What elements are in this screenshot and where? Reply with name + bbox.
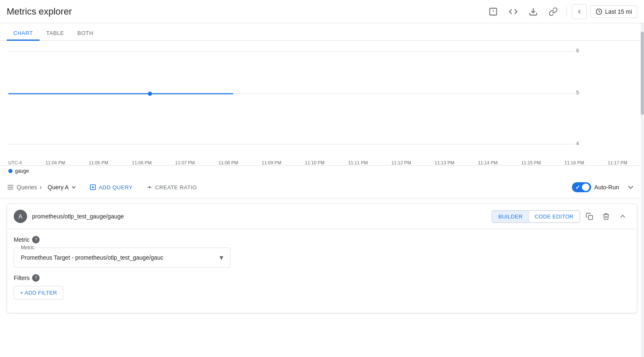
x-label-1114: 11:14 PM: [478, 160, 497, 165]
delete-icon: [602, 213, 610, 220]
link-icon-button[interactable]: [545, 3, 562, 20]
time-range-button[interactable]: Last 15 mi: [590, 5, 637, 18]
builder-button[interactable]: BUILDER: [492, 211, 528, 223]
metric-select[interactable]: Metric Prometheus Target - prometheus/ot…: [14, 248, 230, 268]
chart-tabs: CHART TABLE BOTH: [0, 23, 644, 41]
toggle-slider: ✓: [572, 182, 591, 192]
code-editor-button[interactable]: CODE EDITOR: [529, 211, 580, 223]
breadcrumb-chevron: ›: [40, 183, 42, 191]
tab-chart[interactable]: CHART: [7, 27, 40, 41]
tab-table[interactable]: TABLE: [40, 27, 71, 41]
x-label-1112: 11:12 PM: [392, 160, 411, 165]
chart-svg: 6 5 4: [0, 44, 644, 162]
add-query-label: ADD QUERY: [99, 184, 133, 191]
scrollbar-thumb[interactable]: [641, 32, 644, 115]
x-label-utc: UTC-4: [8, 160, 22, 165]
x-label-1111: 11:11 PM: [348, 160, 368, 165]
query-bar: Queries › Query A ADD QUERY CREATE RATIO: [0, 176, 644, 198]
chevron-up-icon: [619, 212, 627, 221]
x-label-1104: 11:04 PM: [45, 160, 65, 165]
x-label-1109: 11:09 PM: [262, 160, 281, 165]
svg-text:6: 6: [576, 48, 579, 54]
x-label-1107: 11:07 PM: [175, 160, 195, 165]
query-letter-badge: A: [14, 210, 27, 223]
download-icon-button[interactable]: [525, 3, 542, 20]
chevron-down-icon: [626, 183, 635, 192]
x-label-1108: 11:08 PM: [218, 160, 238, 165]
tab-both[interactable]: BOTH: [71, 27, 100, 41]
query-bar-right: ✓ Auto-Run: [572, 181, 637, 194]
x-axis-labels: UTC-4 11:04 PM 11:05 PM 11:06 PM 11:07 P…: [0, 160, 636, 165]
query-selector-label: Query A: [47, 184, 69, 191]
svg-text:4: 4: [576, 141, 579, 146]
query-header-right: BUILDER CODE EDITOR: [492, 209, 630, 224]
metric-help-icon[interactable]: ?: [32, 236, 40, 243]
auto-run-label: Auto-Run: [594, 184, 619, 191]
add-filter-button[interactable]: + ADD FILTER: [14, 286, 63, 300]
collapse-button[interactable]: [624, 181, 637, 194]
x-label-1110: 11:10 PM: [305, 160, 324, 165]
x-label-1106: 11:06 PM: [132, 160, 152, 165]
legend-dot: [8, 169, 12, 173]
query-editor-body: Metric ? Metric Prometheus Target - prom…: [7, 229, 637, 313]
page-title: Metrics explorer: [7, 6, 72, 17]
ratio-icon: [146, 184, 153, 191]
hamburger-icon: [7, 183, 14, 191]
metric-field-group: Metric ? Metric Prometheus Target - prom…: [14, 236, 630, 268]
back-button[interactable]: [572, 4, 587, 19]
x-label-1115: 11:15 PM: [521, 160, 541, 165]
metric-field-label: Metric: [19, 245, 36, 250]
metric-dropdown-icon: ▾: [220, 253, 223, 262]
metric-section-label: Metric ?: [14, 236, 630, 243]
x-label-1113: 11:13 PM: [435, 160, 454, 165]
time-range-label: Last 15 mi: [605, 8, 632, 15]
query-editor-header: A prometheus/otlp_test_gauge/gauge BUILD…: [7, 204, 637, 229]
query-dropdown-icon: [70, 184, 77, 191]
filters-help-icon[interactable]: ?: [32, 274, 40, 282]
x-label-1116: 11:16 PM: [564, 160, 584, 165]
auto-run-switch[interactable]: ✓: [572, 182, 591, 192]
queries-label: Queries: [17, 184, 37, 191]
code-icon-button[interactable]: [505, 3, 522, 20]
header-actions: Last 15 mi: [485, 3, 637, 20]
chart-area: 6 5 4 UTC-4 11:04 PM 11:05 PM 11:06 PM 1…: [0, 41, 644, 166]
filters-field-group: Filters ? + ADD FILTER: [14, 274, 630, 300]
delete-button[interactable]: [599, 209, 614, 224]
create-ratio-button[interactable]: CREATE RATIO: [142, 181, 201, 193]
metric-select-value: Prometheus Target - prometheus/otlp_test…: [21, 254, 220, 261]
query-editor-section: A prometheus/otlp_test_gauge/gauge BUILD…: [7, 203, 637, 313]
expand-button[interactable]: [615, 209, 630, 224]
builder-code-toggle: BUILDER CODE EDITOR: [492, 210, 580, 223]
copy-button[interactable]: [582, 209, 597, 224]
header-divider: [567, 7, 567, 17]
auto-run-toggle: ✓ Auto-Run: [572, 182, 619, 192]
svg-text:5: 5: [576, 90, 579, 96]
x-label-1117: 11:17 PM: [608, 160, 627, 165]
query-path: prometheus/otlp_test_gauge/gauge: [32, 213, 124, 220]
copy-icon: [586, 213, 593, 220]
chart-legend: gauge: [0, 166, 644, 176]
legend-label: gauge: [15, 168, 29, 174]
add-query-button[interactable]: ADD QUERY: [85, 181, 137, 193]
queries-section: Queries › Query A: [7, 182, 80, 192]
scrollbar[interactable]: [641, 23, 644, 318]
query-selector[interactable]: Query A: [44, 182, 80, 192]
header: Metrics explorer: [0, 0, 644, 23]
svg-rect-20: [589, 216, 593, 220]
svg-point-11: [148, 92, 152, 96]
alert-icon-button[interactable]: [485, 3, 502, 20]
create-ratio-label: CREATE RATIO: [155, 184, 197, 191]
add-icon: [90, 184, 96, 191]
x-label-1105: 11:05 PM: [89, 160, 108, 165]
filters-section-label: Filters ?: [14, 274, 630, 282]
